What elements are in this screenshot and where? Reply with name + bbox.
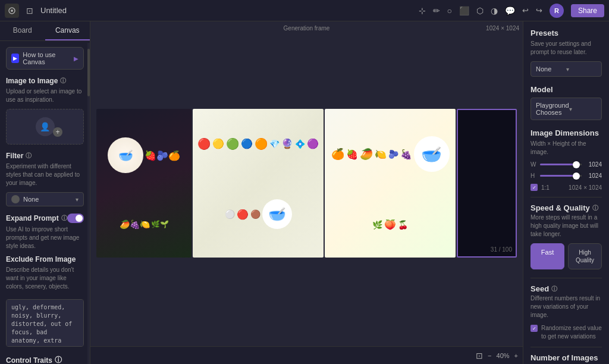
filter-section: Filter ⓘ Experiment with different style… xyxy=(6,152,84,206)
speed-quality-title: Speed & Quality ⓘ xyxy=(530,203,602,212)
model-dropdown[interactable]: Playground Chooses ▾ xyxy=(530,98,602,120)
model-dropdown-arrow: ▾ xyxy=(569,106,597,112)
topbar-icons: ⊹ ✏ ○ ⬛ ⬡ ◑ 💬 ↩ ↪ R Share xyxy=(419,4,605,18)
presets-dropdown[interactable]: None ▾ xyxy=(530,61,602,77)
image-dimensions-title: Image Dimensions xyxy=(530,128,602,137)
height-slider[interactable] xyxy=(540,175,582,177)
upload-circle: 👤 xyxy=(36,117,55,136)
image-to-image-section: Image to Image ⓘ Upload or select an ima… xyxy=(6,77,84,145)
randomize-label: Randomize seed value to get new variatio… xyxy=(541,324,602,341)
filter-title: Filter ⓘ xyxy=(6,152,84,160)
image-dimensions-section: Image Dimensions Width × Height of the i… xyxy=(530,128,602,191)
tab-board[interactable]: Board xyxy=(0,21,45,40)
speed-quality-info-icon[interactable]: ⓘ xyxy=(592,204,598,212)
tab-canvas[interactable]: Canvas xyxy=(45,21,90,40)
expand-prompt-section: Expand Prompt ⓘ Use AI to improve short … xyxy=(6,214,84,250)
presets-value: None xyxy=(536,65,566,73)
aspect-ratio-label: 1:1 xyxy=(541,184,550,191)
control-traits-info-icon[interactable]: ⓘ xyxy=(55,355,62,364)
divider-3 xyxy=(530,347,602,347)
number-of-images-title: Number of Images xyxy=(530,353,602,362)
expand-sidebar-icon[interactable]: ⊡ xyxy=(24,5,36,17)
minus-icon[interactable]: − xyxy=(488,352,491,359)
comment-icon[interactable]: 💬 xyxy=(505,6,515,15)
expand-prompt-row: Expand Prompt ⓘ xyxy=(6,214,84,223)
select-tool-icon[interactable]: ⊹ xyxy=(419,6,426,15)
topbar: ⊡ Untitled ⊹ ✏ ○ ⬛ ⬡ ◑ 💬 ↩ ↪ R Share xyxy=(0,0,609,21)
seed-desc: Different numbers result in new variatio… xyxy=(530,294,602,319)
width-slider-row: W 1024 xyxy=(530,161,602,168)
image-upload-area[interactable]: 👤 + xyxy=(6,109,84,145)
exclude-section: Exclude From Image Describe details you … xyxy=(6,255,84,349)
width-slider-thumb[interactable] xyxy=(573,161,580,168)
fit-screen-icon[interactable]: ⊡ xyxy=(476,351,483,360)
how-to-use-canvas-button[interactable]: ▶ How to use Canvas ▶ xyxy=(6,47,84,70)
canvas-image-2: 🔴 🟡 🟢 🔵 🟠 💎 🔮 💠 🟣 ⚪ 🔴 🟤 🥣 xyxy=(193,109,324,258)
expand-prompt-info-icon[interactable]: ⓘ xyxy=(61,214,67,222)
aspect-ratio-dims: 1024 × 1024 xyxy=(569,184,602,191)
right-sidebar: Presets Save your settings and prompt to… xyxy=(523,21,609,364)
expand-prompt-toggle[interactable] xyxy=(67,214,84,223)
quality-buttons: Fast High Quality xyxy=(530,243,602,269)
high-quality-button[interactable]: High Quality xyxy=(568,243,602,269)
canvas-tool-icon[interactable]: ⬛ xyxy=(459,6,469,15)
pen-tool-icon[interactable]: ✏ xyxy=(433,6,440,15)
presets-desc: Save your settings and prompt to reuse l… xyxy=(530,40,602,57)
shape-tool-icon[interactable]: ○ xyxy=(447,6,452,15)
height-value: 1024 xyxy=(585,172,602,179)
canvas-area[interactable]: Generation frame 1024 × 1024 🥣 🍓🫐🍊 🥭🍇🍋 🌿… xyxy=(90,21,523,364)
sidebar-tabs: Board Canvas xyxy=(0,21,90,41)
seed-section: Seed ⓘ Different numbers result in new v… xyxy=(530,284,602,341)
zoom-level: 40% xyxy=(497,352,510,359)
filter-info-icon[interactable]: ⓘ xyxy=(26,152,32,160)
canvas-image-3: 🍊 🍓 🥭 🍋 🫐 🍇 🥣 🌿 🍑 🍒 xyxy=(325,109,456,258)
sidebar-scrollbar xyxy=(87,43,90,364)
presets-dropdown-arrow: ▾ xyxy=(566,66,597,73)
fast-button[interactable]: Fast xyxy=(530,243,564,269)
width-slider-fill xyxy=(540,164,576,165)
filter-dot xyxy=(11,195,20,203)
exclude-desc: Describe details you don't want in your … xyxy=(6,266,84,291)
left-sidebar: Board Canvas ▶ How to use Canvas ▶ Image… xyxy=(0,21,90,364)
image-dimensions-desc: Width × Height of the image. xyxy=(530,140,602,156)
user-avatar[interactable]: R xyxy=(550,4,564,18)
image-to-image-info-icon[interactable]: ⓘ xyxy=(60,77,66,85)
eraser-icon[interactable]: ◑ xyxy=(491,6,498,15)
share-button[interactable]: Share xyxy=(571,4,604,17)
main-layout: Board Canvas ▶ How to use Canvas ▶ Image… xyxy=(0,21,609,364)
undo-button[interactable]: ↩ xyxy=(522,6,529,15)
control-traits-section: Control Traits ⓘ xyxy=(6,355,84,364)
upload-plus-icon[interactable]: + xyxy=(53,127,62,137)
presets-section: Presets Save your settings and prompt to… xyxy=(530,29,602,77)
width-value: 1024 xyxy=(585,161,602,168)
generation-frame: 31 / 100 xyxy=(457,109,517,258)
randomize-checkbox[interactable]: ✓ xyxy=(530,325,538,332)
sidebar-scrollbar-thumb xyxy=(87,49,90,96)
paint-icon[interactable]: ⬡ xyxy=(476,6,484,15)
plus-icon[interactable]: + xyxy=(514,352,518,359)
aspect-ratio-checkbox[interactable]: ✓ xyxy=(530,184,538,191)
number-of-images-section: Number of Images xyxy=(530,353,602,362)
speed-quality-section: Speed & Quality ⓘ More steps will result… xyxy=(530,203,602,269)
filter-value: None xyxy=(23,196,39,203)
filter-dropdown-arrow: ▾ xyxy=(76,196,79,203)
app-logo[interactable] xyxy=(5,4,19,18)
canvas-image-1: 🥣 🍓🫐🍊 🥭🍇🍋 🌿🌱 xyxy=(96,109,192,258)
randomize-seed-row: ✓ Randomize seed value to get new variat… xyxy=(530,324,602,341)
aspect-ratio-row: ✓ 1:1 1024 × 1024 xyxy=(530,184,602,191)
progress-counter: 31 / 100 xyxy=(491,246,512,253)
svg-point-1 xyxy=(11,10,13,12)
seed-info-icon[interactable]: ⓘ xyxy=(551,285,557,293)
presets-title: Presets xyxy=(530,29,602,37)
filter-dropdown[interactable]: None ▾ xyxy=(6,192,84,206)
redo-button[interactable]: ↪ xyxy=(536,6,542,15)
document-title: Untitled xyxy=(40,6,414,15)
expand-prompt-title: Expand Prompt ⓘ xyxy=(6,214,67,222)
exclude-textarea[interactable] xyxy=(6,299,84,347)
model-value: Playground Chooses xyxy=(536,102,569,116)
canvas-images: 🥣 🍓🫐🍊 🥭🍇🍋 🌿🌱 🔴 🟡 🟢 🔵 🟠 💎 🔮 💠 xyxy=(90,21,523,334)
height-slider-thumb[interactable] xyxy=(573,172,580,180)
width-slider[interactable] xyxy=(540,164,582,165)
image-to-image-desc: Upload or select an image to use as insp… xyxy=(6,87,84,104)
generation-frame-size: 1024 × 1024 xyxy=(486,25,519,32)
